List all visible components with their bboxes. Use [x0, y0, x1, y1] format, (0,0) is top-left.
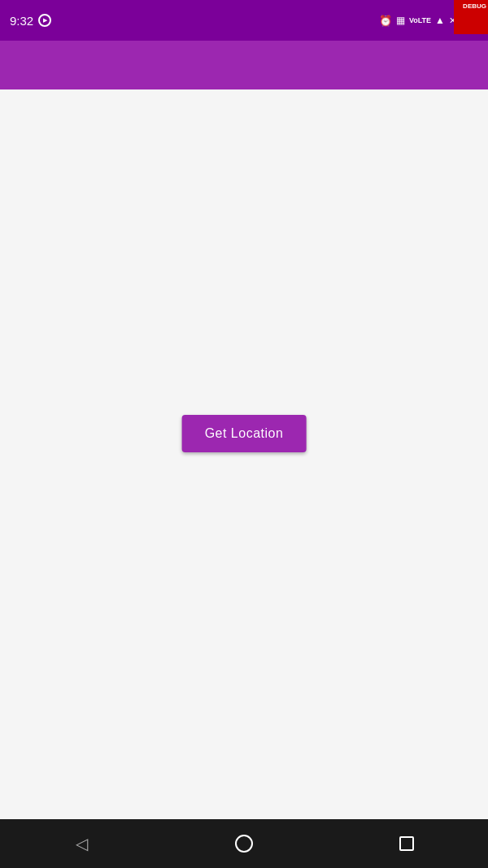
time-text: 9:32	[10, 14, 33, 28]
volte-icon: VoLTE	[409, 16, 431, 24]
home-button[interactable]	[228, 827, 260, 860]
wifi-icon: ▲	[435, 15, 445, 26]
app-bar	[0, 41, 488, 89]
alarm-icon: ⏰	[379, 15, 392, 27]
media-icon: ▶	[38, 14, 51, 27]
status-time: 9:32 ▶	[10, 14, 51, 28]
recents-button[interactable]	[390, 827, 423, 860]
debug-text: DEBUG	[463, 3, 486, 11]
nav-bar: ◁	[0, 819, 488, 868]
back-button[interactable]: ◁	[65, 827, 98, 860]
main-content: Get Location	[0, 89, 488, 819]
debug-badge: DEBUG	[454, 0, 488, 34]
get-location-button[interactable]: Get Location	[182, 415, 307, 452]
recents-icon	[399, 836, 414, 851]
back-icon: ◁	[76, 834, 88, 853]
signal-icon: ▦	[396, 15, 405, 26]
status-bar: 9:32 ▶ ⏰ ▦ VoLTE ▲ ✕ 51% DEBUG	[0, 0, 488, 41]
home-icon	[235, 835, 253, 853]
